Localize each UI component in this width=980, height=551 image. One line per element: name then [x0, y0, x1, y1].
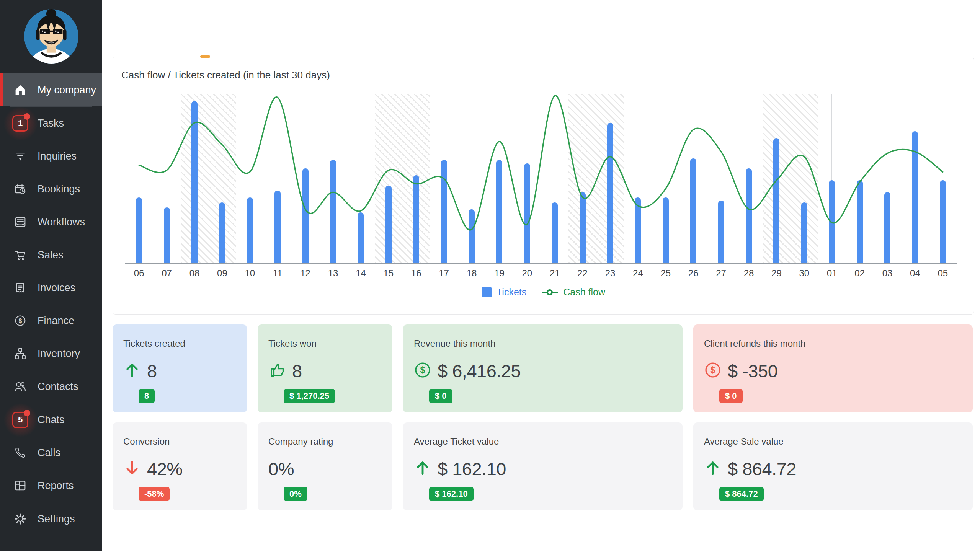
sidebar-item-inventory[interactable]: Inventory: [0, 337, 102, 370]
gear-icon: [13, 512, 27, 526]
chart-plot: [125, 94, 957, 264]
sidebar-item-finance[interactable]: $Finance: [0, 304, 102, 337]
x-tick-label: 29: [763, 268, 790, 279]
avatar-image: [24, 9, 78, 64]
stat-title: Tickets won: [268, 338, 382, 349]
x-tick-label: 23: [596, 268, 624, 279]
stat-value: 42%: [147, 458, 183, 479]
stat-title: Conversion: [123, 436, 236, 447]
stat-badge: -58%: [139, 487, 170, 501]
stats-row-2: Conversion42%-58%Company rating0%0%Avera…: [113, 422, 973, 510]
sidebar-item-my-company[interactable]: My company: [0, 73, 102, 106]
sidebar-item-reports[interactable]: Reports: [0, 469, 102, 502]
contacts-icon-box: [11, 378, 29, 395]
stat-card-average-ticket-value: Average Ticket value$ 162.10$ 162.10: [403, 422, 683, 510]
funnel-icon-box: [11, 147, 29, 165]
badge-icon-box: 5: [11, 411, 29, 429]
sidebar-item-inquiries[interactable]: Inquiries: [0, 140, 102, 173]
tickets-bar-05: [940, 180, 946, 263]
x-tick-label: 10: [236, 268, 264, 279]
tickets-bar-06: [136, 197, 142, 263]
tickets-bar-16: [413, 175, 419, 263]
x-axis-labels: 0607080910111213141516171819202122232425…: [125, 268, 957, 279]
badge-icon-box: 1: [11, 114, 29, 132]
tickets-bar-29: [773, 138, 779, 263]
legend-item-tickets[interactable]: Tickets: [482, 287, 526, 298]
tickets-bar-11: [274, 191, 281, 263]
sidebar-item-sales[interactable]: Sales: [0, 238, 102, 271]
tickets-bar-21: [552, 202, 558, 263]
home-icon: [13, 83, 27, 97]
sidebar-item-contacts[interactable]: Contacts: [0, 370, 102, 403]
inventory-icon-box: [11, 345, 29, 362]
tickets-bar-27: [718, 201, 724, 263]
tickets-bar-22: [580, 192, 586, 263]
stat-title: Client refunds this month: [704, 338, 962, 349]
sidebar-item-bookings[interactable]: Bookings: [0, 173, 102, 205]
user-avatar[interactable]: [24, 9, 78, 64]
stat-value: $ 162.10: [438, 458, 506, 479]
x-tick-label: 19: [485, 268, 513, 279]
invoice-icon: [13, 281, 27, 295]
dollar-circle-icon: $: [414, 361, 431, 380]
tickets-swatch-icon: [482, 287, 492, 297]
sidebar-item-calls[interactable]: Calls: [0, 436, 102, 469]
x-tick-label: 22: [569, 268, 596, 279]
svg-text:$: $: [420, 365, 425, 375]
app-root: My company1TasksInquiriesBookingsWorkflo…: [0, 0, 980, 551]
sidebar-item-chats[interactable]: 5Chats: [0, 403, 102, 436]
stat-value: $ -350: [728, 360, 777, 381]
sidebar-item-label: Settings: [38, 513, 75, 525]
tickets-bar-18: [469, 209, 475, 263]
workflow-icon-box: [11, 213, 29, 231]
legend-tickets-label: Tickets: [497, 287, 526, 298]
weekend-band: [568, 94, 624, 263]
dollar-circle-icon: $: [704, 361, 722, 380]
stat-value-row: 8: [123, 360, 236, 382]
weekend-band: [763, 94, 818, 263]
sidebar-item-label: Workflows: [38, 216, 85, 228]
stat-badge: 0%: [284, 487, 307, 501]
x-tick-label: 26: [679, 268, 707, 279]
tickets-bar-30: [801, 202, 807, 263]
stat-value: 0%: [268, 458, 294, 479]
tickets-bar-15: [385, 186, 392, 263]
invoice-icon-box: [11, 279, 29, 297]
tickets-bar-09: [219, 202, 225, 263]
sidebar-item-label: My company: [38, 84, 96, 96]
stat-card-tickets-won: Tickets won8$ 1,270.25: [258, 324, 392, 412]
stat-value: 8: [292, 360, 302, 381]
arrow-down-icon: [123, 459, 141, 478]
tickets-bar-14: [358, 212, 364, 263]
stat-badge: $ 1,270.25: [284, 389, 335, 403]
x-tick-label: 25: [652, 268, 679, 279]
sidebar-item-label: Chats: [38, 414, 65, 426]
sidebar-item-tasks[interactable]: 1Tasks: [0, 107, 102, 140]
stat-title: Average Sale value: [704, 436, 962, 447]
tickets-bar-02: [857, 180, 863, 263]
tickets-bar-23: [607, 123, 613, 263]
stat-badge: $ 0: [429, 389, 452, 403]
phone-icon-box: [11, 444, 29, 461]
sidebar-item-workflows[interactable]: Workflows: [0, 205, 102, 238]
sidebar-item-settings[interactable]: Settings: [0, 502, 102, 535]
thumbs-up-icon: [268, 361, 286, 380]
sidebar-item-invoices[interactable]: Invoices: [0, 271, 102, 304]
x-tick-label: 27: [707, 268, 735, 279]
tickets-bar-12: [302, 168, 309, 263]
sidebar-item-label: Sales: [38, 249, 64, 261]
stat-value: $ 864.72: [728, 458, 796, 479]
x-tick-label: 02: [846, 268, 874, 279]
finance-icon-box: $: [11, 312, 29, 329]
funnel-icon: [13, 149, 27, 163]
tickets-bar-28: [746, 168, 752, 263]
tickets-bar-20: [524, 163, 530, 263]
stat-title: Company rating: [268, 436, 382, 447]
badge-count: 1: [12, 115, 28, 132]
chart-legend: Tickets Cash flow: [113, 287, 974, 298]
x-tick-label: 13: [319, 268, 347, 279]
legend-item-cashflow[interactable]: Cash flow: [541, 287, 605, 298]
accent-dash: [200, 55, 210, 58]
x-tick-label: 08: [181, 268, 208, 279]
tickets-bar-24: [635, 197, 641, 263]
